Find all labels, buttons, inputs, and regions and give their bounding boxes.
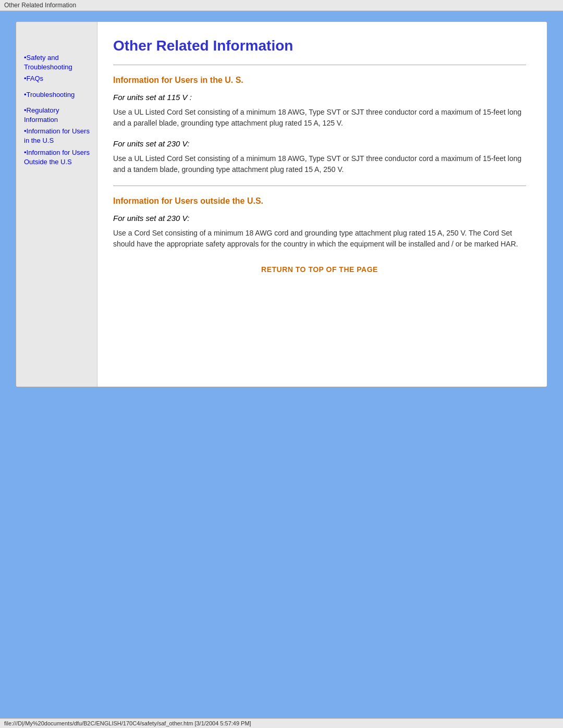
sidebar: •Safety and Troubleshooting •FAQs •Troub… [16,22,97,387]
sidebar-group-1: •Safety and Troubleshooting •FAQs [24,53,92,84]
sidebar-group-3: •Regulatory Information •Information for… [24,106,92,167]
sidebar-link-faqs[interactable]: •FAQs [24,74,92,83]
sidebar-link-troubleshooting[interactable]: •Troubleshooting [24,90,92,100]
title-bar: Other Related Information [0,0,563,11]
italic-heading-230v-outside: For units set at 230 V: [113,214,526,223]
body-text-230v-outside: Use a Cord Set consisting of a minimum 1… [113,228,526,250]
sidebar-group-2: •Troubleshooting [24,90,92,100]
sidebar-link-info-outside[interactable]: •Information for Users Outside the U.S [24,148,92,167]
sidebar-link-regulatory[interactable]: •Regulatory Information [24,106,92,125]
italic-heading-230v-us: For units set at 230 V: [113,139,526,148]
section-outside-us: Information for Users outside the U.S. F… [113,196,526,250]
return-to-top-link[interactable]: RETURN TO TOP OF THE PAGE [261,265,378,274]
section-title-us: Information for Users in the U. S. [113,76,526,85]
page-title: Other Related Information [113,38,526,54]
status-bar-text: file:///D|/My%20documents/dfu/B2C/ENGLIS… [4,720,251,726]
return-link-container: RETURN TO TOP OF THE PAGE [113,265,526,274]
browser-window: •Safety and Troubleshooting •FAQs •Troub… [16,21,547,387]
sidebar-link-safety[interactable]: •Safety and Troubleshooting [24,53,92,72]
section-title-outside-us: Information for Users outside the U.S. [113,196,526,206]
body-text-230v-us: Use a UL Listed Cord Set consisting of a… [113,153,526,175]
italic-heading-115v: For units set at 115 V : [113,93,526,102]
title-bar-text: Other Related Information [4,2,76,9]
body-text-115v: Use a UL Listed Cord Set consisting of a… [113,107,526,129]
main-content: Other Related Information Information fo… [97,22,547,387]
divider-top [113,65,526,65]
section-us: Information for Users in the U. S. For u… [113,76,526,175]
sidebar-link-info-us[interactable]: •Information for Users in the U.S [24,127,92,145]
divider-middle [113,186,526,186]
status-bar: file:///D|/My%20documents/dfu/B2C/ENGLIS… [0,718,563,728]
page-content: •Safety and Troubleshooting •FAQs •Troub… [16,22,547,387]
